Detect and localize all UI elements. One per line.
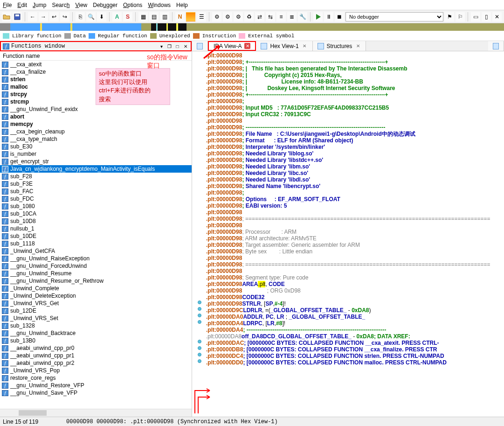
breakpoint-dot[interactable] xyxy=(198,353,201,356)
disasm-line[interactable]: .plt:00000D98 ; Format : ELF for ARM (Sh… xyxy=(206,137,504,144)
disasm-line[interactable]: .plt:00000DD0 ; [0000000C BYTES: COLLAPS… xyxy=(206,359,504,366)
tab-extra-right[interactable] xyxy=(488,41,504,51)
disasm-line[interactable]: .plt:00000D98 xyxy=(206,209,504,216)
disasm-line[interactable]: .plt:00000D98 ; Processor : ARM xyxy=(206,229,504,235)
text-a-icon[interactable]: A xyxy=(112,12,122,21)
function-row[interactable]: sub_FAC xyxy=(0,188,192,195)
disasm-line[interactable]: .plt:00000DA4 ; ------------------------… xyxy=(206,327,504,333)
functions-hscroll[interactable] xyxy=(0,409,192,417)
menu-jump[interactable]: Jump xyxy=(33,2,46,8)
xref2-icon[interactable]: ⇆ xyxy=(266,12,275,21)
function-row[interactable]: abort xyxy=(0,113,192,120)
disasm-line[interactable]: .plt:00000D98 ; Input CRC32 : 70913C9C xyxy=(206,111,504,118)
nav-overview[interactable] xyxy=(0,23,504,31)
breakpoint-dot[interactable] xyxy=(198,300,201,304)
cfg3-icon[interactable]: ⚙ xyxy=(234,12,243,21)
breakpoint-dot[interactable] xyxy=(198,359,201,363)
pause-icon[interactable]: ⏸ xyxy=(324,12,333,21)
xrefs-icon[interactable]: ⇄ xyxy=(255,12,264,21)
list2-icon[interactable]: ≣ xyxy=(287,12,297,21)
disasm-line[interactable]: .plt:00000D98 ; | This file has been gen… xyxy=(206,65,504,72)
forward2-icon[interactable]: ↪ xyxy=(60,12,69,21)
save-icon[interactable] xyxy=(13,12,22,21)
function-row[interactable]: _Unwind_DeleteException xyxy=(0,292,192,300)
disasm-line[interactable]: .plt:00000D98 xyxy=(206,255,504,261)
menu-search[interactable]: Search xyxy=(52,2,69,8)
function-row[interactable]: _Unwind_VRS_Get xyxy=(0,300,192,307)
dbg2-icon[interactable]: ⚐ xyxy=(456,12,465,21)
tab-close-icon[interactable]: ✕ xyxy=(302,43,308,49)
debugger-select[interactable]: No debugger xyxy=(345,12,443,21)
close-icon[interactable]: ✕ xyxy=(492,12,502,21)
tab-structures[interactable]: Structures ✕ xyxy=(313,41,366,51)
function-row[interactable]: sub_1328 xyxy=(0,322,192,329)
graph3-icon[interactable]: ▥ xyxy=(160,12,169,21)
disasm-line[interactable]: .plt:00000DC4 ; [0000000C BYTES: COLLAPS… xyxy=(206,353,504,359)
function-row[interactable]: memcpy xyxy=(0,120,192,128)
disasm-line[interactable]: .plt:00000DAC ; [0000000C BYTES: COLLAPS… xyxy=(206,340,504,346)
tab-close-icon[interactable]: ✕ xyxy=(244,43,250,49)
cfg2-icon[interactable]: ⚙ xyxy=(223,12,232,21)
function-row[interactable]: __gnu_Unwind_Restore_VFP xyxy=(0,382,192,389)
function-row[interactable]: sub_E30 xyxy=(0,143,192,150)
menu-file[interactable]: File xyxy=(3,2,12,8)
function-row[interactable]: get_encrypt_str xyxy=(0,158,192,165)
breakpoint-dot[interactable] xyxy=(198,320,201,324)
text-s-icon[interactable]: S xyxy=(123,12,132,21)
disasm-line[interactable]: .plt:00000DB8 ; [0000000C BYTES: COLLAPS… xyxy=(206,346,504,353)
function-row[interactable]: __gnu_Unwind_Backtrace xyxy=(0,329,192,337)
function-row[interactable]: __aeabi_unwind_cpp_pr0 xyxy=(0,344,192,352)
disasm-line[interactable]: .plt:00000D98 ; Shared Name 'libencrypt.… xyxy=(206,183,504,189)
disasm-line[interactable]: .plt:00000D98 ; Needed Library 'libstdc+… xyxy=(206,157,504,163)
function-row[interactable]: __gnu_Unwind_Resume_or_Rethrow xyxy=(0,277,192,285)
function-row[interactable]: __gnu_Unwind_Resume xyxy=(0,270,192,277)
bar1-icon[interactable] xyxy=(186,12,195,21)
function-row[interactable]: Java_cn_wjdiankong_encryptdemo_MainActiv… xyxy=(0,165,192,173)
open-icon[interactable] xyxy=(2,12,11,21)
win1-icon[interactable]: ▭ xyxy=(471,12,480,21)
copy-icon[interactable]: ⎘ xyxy=(76,12,85,21)
disasm-line[interactable]: .plt:00000D98 ; File Name : C:\Users\jia… xyxy=(206,131,504,137)
menu-options[interactable]: Options xyxy=(123,2,142,8)
function-row[interactable]: __gnu_Unwind_Find_exidx xyxy=(0,105,192,113)
breakpoint-dot[interactable] xyxy=(198,314,201,317)
disasm-line[interactable]: .plt:00000D98 ; ORG 0xD98 xyxy=(206,287,504,294)
menu-edit[interactable]: Edit xyxy=(17,2,27,8)
function-row[interactable]: sub_10DE xyxy=(0,232,192,240)
menu-view[interactable]: View xyxy=(75,2,87,8)
disasm-line[interactable]: .plt:00000D98 ; xyxy=(206,189,504,196)
list1-icon[interactable]: ≡ xyxy=(276,12,286,21)
disasm-line[interactable]: .plt:00000DA8 off_DA8 DCD _GLOBAL_OFFSET… xyxy=(206,333,504,340)
disasm-line[interactable]: .plt:00000D98 ; | Doskey Lee, Kingsoft I… xyxy=(206,85,504,91)
disasm-line[interactable]: .plt:00000D98 ; xyxy=(206,98,504,105)
menu-windows[interactable]: Windows xyxy=(148,2,171,8)
function-row[interactable]: __cxa_type_match xyxy=(0,135,192,143)
function-row[interactable]: _Unwind_VRS_Set xyxy=(0,314,192,322)
function-row[interactable]: __aeabi_unwind_cpp_pr1 xyxy=(0,352,192,359)
panel-menu-icon[interactable]: ▾ xyxy=(158,43,165,50)
function-row[interactable]: sub_12DE xyxy=(0,307,192,314)
disasm-line[interactable]: .plt:00000D98 ; Interpreter '/system/bin… xyxy=(206,144,504,150)
disasm-line[interactable]: .plt:00000DA4 LDR PC, [LR,#8]! xyxy=(206,320,504,327)
breakpoint-dot[interactable] xyxy=(198,346,201,350)
disasm-line[interactable]: .plt:00000D98 ; +-----------------------… xyxy=(206,91,504,98)
forward-icon[interactable]: → xyxy=(39,12,48,21)
graph2-icon[interactable]: ▤ xyxy=(149,12,159,21)
disasm-line[interactable]: .plt:00000D98 xyxy=(206,268,504,274)
disasm-line[interactable]: .plt:00000D98 ; +-----------------------… xyxy=(206,59,504,65)
disasm-line[interactable]: .plt:00000D98 xyxy=(206,52,504,59)
disasm-line[interactable]: .plt:00000D98 ; EABI version: 5 xyxy=(206,203,504,209)
function-row[interactable]: __gnu_Unwind_RaiseException xyxy=(0,255,192,262)
disasm-line[interactable]: .plt:00000D98 ; ========================… xyxy=(206,261,504,268)
tab-hex-view[interactable]: Hex View-1 ✕ xyxy=(256,41,312,51)
back-icon[interactable]: ← xyxy=(28,12,37,21)
stop-icon[interactable]: ⏹ xyxy=(335,12,344,21)
disasm-line[interactable]: .plt:00000D98 xyxy=(206,118,504,124)
graph1-icon[interactable]: ▦ xyxy=(138,12,148,21)
disasm-line[interactable]: .plt:00000D98 ; Segment type: Pure code xyxy=(206,274,504,281)
disasm-line[interactable]: .plt:00000D98 ; Needed Library 'libc.so' xyxy=(206,170,504,176)
disasm-line[interactable]: .plt:00000D98 ; | License info: 48-B611-… xyxy=(206,78,504,85)
function-row[interactable]: sub_1118 xyxy=(0,240,192,247)
function-row[interactable]: __aeabi_unwind_cpp_pr2 xyxy=(0,359,192,367)
disasm-line[interactable]: .plt:00000D98 ; Byte sex : Little endian xyxy=(206,248,504,255)
